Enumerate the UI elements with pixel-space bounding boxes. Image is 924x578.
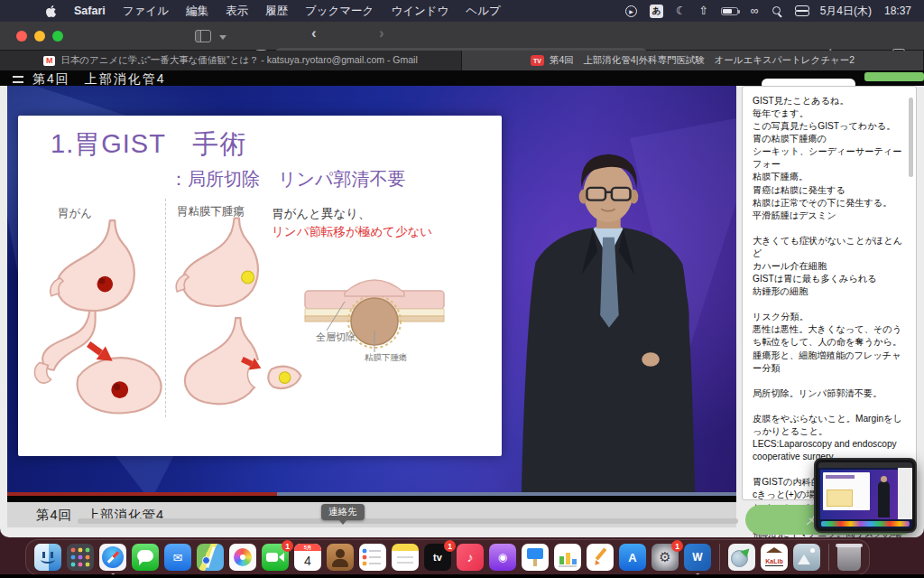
podcast-icon: ◉ — [498, 551, 507, 564]
desktop: Safari ファイル 編集 表示 履歴 ブックマーク ウインドウ ヘルプ ▶ … — [0, 0, 924, 578]
dock-system-settings[interactable]: ⚙1 — [651, 544, 679, 571]
menu-date[interactable]: 5月4日(木) — [820, 4, 872, 19]
menu-bookmarks[interactable]: ブックマーク — [305, 4, 374, 19]
hamburger-menu-icon[interactable] — [13, 76, 23, 83]
menu-edit[interactable]: 編集 — [186, 4, 208, 19]
pip-presenter — [878, 481, 890, 517]
slide-note-line2: リンパ節転移が極めて少ない — [272, 223, 432, 241]
dock-notes[interactable] — [392, 544, 419, 571]
calendar-day: 4 — [294, 551, 321, 571]
dock-maps[interactable] — [197, 544, 224, 571]
zoom-window-button[interactable] — [52, 31, 63, 42]
menu-bar: Safari ファイル 編集 表示 履歴 ブックマーク ウインドウ ヘルプ ▶ … — [0, 0, 924, 22]
d0ck-contacts[interactable] — [327, 544, 354, 571]
page-content: 第4回 上部消化管4 1.胃GIST 手術 ：局所切除 リンパ郭清不要 胃がん … — [0, 70, 924, 537]
menu-time[interactable]: 18:37 — [884, 5, 911, 17]
tab-bar: M 日本のアニメに学ぶ“一番大事な価値観”とは？ - katsuya.ryota… — [0, 51, 924, 70]
dock-pages[interactable] — [587, 544, 614, 571]
input-source-icon[interactable]: あ — [650, 5, 663, 18]
dock-trash[interactable] — [837, 544, 861, 571]
menu-file[interactable]: ファイル — [123, 4, 169, 19]
dock-word[interactable]: W — [684, 544, 711, 571]
dock-music[interactable]: ♪ — [457, 544, 484, 571]
screen-record-icon[interactable]: ▶ — [625, 5, 637, 17]
menu-history[interactable]: 履歴 — [265, 4, 288, 19]
apple-menu-icon[interactable] — [45, 5, 57, 18]
dock: ✉ 1 5月 4 tv1 ♪ ◉ A ⚙1 W KaLib — [25, 539, 870, 575]
safari-compass-icon — [102, 546, 124, 568]
video-frame-gap — [7, 496, 736, 502]
slide-note-line1: 胃がんと異なり、 — [272, 205, 432, 223]
dock-apple-tv[interactable]: tv1 — [424, 544, 451, 571]
dock-mail[interactable]: ✉ — [164, 544, 191, 571]
forward-button[interactable]: › — [379, 24, 384, 42]
menu-safari[interactable]: Safari — [74, 5, 106, 17]
app-store-icon: A — [628, 551, 636, 564]
pip-slide — [823, 472, 870, 510]
word-icon: W — [692, 551, 702, 564]
stomach-wedge-diagram — [177, 316, 309, 415]
dock-finder[interactable] — [34, 544, 61, 571]
video-player[interactable]: 1.胃GIST 手術 ：局所切除 リンパ郭清不要 胃がん 胃粘膜下腫瘍 胃がんと… — [7, 86, 736, 492]
sidebar-toggle-icon[interactable] — [195, 30, 211, 42]
pip-window[interactable] — [814, 458, 917, 533]
link-icon[interactable]: ∞ — [751, 5, 759, 17]
tab-carenet-label: 第4回 上部消化管4|外科専門医試験 オールエキスパートレクチャー2 — [550, 54, 855, 67]
control-center-icon[interactable] — [795, 5, 808, 16]
header-green-button[interactable] — [864, 72, 924, 81]
stomach-resection-diagram — [31, 311, 177, 419]
presenter — [499, 138, 716, 492]
battery-icon[interactable] — [721, 7, 738, 15]
dock-numbers[interactable] — [554, 544, 581, 571]
kalib-logo: KaLib — [765, 558, 782, 566]
dock-launchpad[interactable] — [67, 544, 94, 571]
pip-dock — [821, 521, 910, 527]
menu-help[interactable]: ヘルプ — [466, 4, 500, 19]
carenet-tv-icon: TV — [531, 55, 544, 66]
tab-carenet-video[interactable]: TV 第4回 上部消化管4|外科専門医試験 オールエキスパートレクチャー2 — [462, 51, 924, 70]
notes-scrollbar[interactable] — [909, 98, 913, 177]
dock-facetime[interactable]: 1 — [262, 544, 289, 571]
minimize-window-button[interactable] — [34, 31, 45, 42]
dock-separator — [828, 544, 829, 571]
notes-panel[interactable]: GIST見たことあるね。 毎年でます。 この写真見たらGISTってわかる。 胃の… — [742, 86, 917, 500]
dock-messages[interactable] — [132, 544, 159, 571]
menu-window[interactable]: ウインドウ — [391, 4, 448, 19]
dock-app-store[interactable]: A — [619, 544, 646, 571]
dock-podcasts[interactable]: ◉ — [489, 544, 516, 571]
slide-note: 胃がんと異なり、 リンパ節転移が極めて少ない — [272, 205, 432, 242]
dock-separator — [719, 544, 720, 571]
stomach-cancer-diagram — [47, 219, 157, 318]
shift-status-icon[interactable]: ⇧ — [698, 5, 707, 17]
horizontal-scrollbar[interactable] — [78, 518, 738, 524]
dock-safari[interactable] — [99, 544, 126, 571]
pip-video — [820, 470, 898, 519]
dock-calendar[interactable]: 5月 4 — [294, 544, 321, 571]
dock-image-viewer[interactable] — [793, 544, 820, 571]
dock-photos[interactable] — [229, 544, 256, 571]
close-window-button[interactable] — [16, 31, 27, 42]
notification-badge: 1 — [671, 540, 683, 552]
header-search-pill[interactable] — [762, 79, 855, 86]
dock-keynote[interactable] — [522, 544, 549, 571]
menu-status-area: ▶ あ ☾ ⇧ ∞ 5月4日(木) 18:37 — [625, 4, 911, 19]
slide-subtitle: ：局所切除 リンパ郭清不要 — [170, 167, 405, 191]
dock-web-app[interactable] — [728, 544, 755, 571]
music-note-icon: ♪ — [467, 550, 474, 564]
slide-title: 1.胃GIST 手術 — [51, 126, 246, 163]
menu-view[interactable]: 表示 — [226, 4, 248, 19]
page-header: 第4回 上部消化管4 — [0, 70, 924, 86]
chevron-down-icon[interactable] — [219, 35, 226, 40]
tv-label: tv — [433, 552, 442, 563]
notification-badge: 1 — [444, 540, 456, 552]
tab-gmail[interactable]: M 日本のアニメに学ぶ“一番大事な価値観”とは？ - katsuya.ryota… — [0, 51, 462, 70]
focus-moon-icon[interactable]: ☾ — [676, 5, 686, 17]
page-title: 第4回 上部消化管4 — [32, 71, 166, 86]
spotlight-icon[interactable] — [772, 5, 782, 16]
label-submucosal-tumor-2: 粘膜下腫瘍 — [365, 352, 408, 364]
back-button[interactable]: ‹ — [311, 24, 317, 42]
player-bar: 第4回 上部消化管4 — [7, 502, 736, 527]
safari-toolbar: ‹ › carenetv.carenet.com ↻ + — [0, 22, 924, 51]
dock-reminders[interactable] — [359, 544, 386, 571]
dock-kalib[interactable]: KaLib — [761, 544, 788, 571]
